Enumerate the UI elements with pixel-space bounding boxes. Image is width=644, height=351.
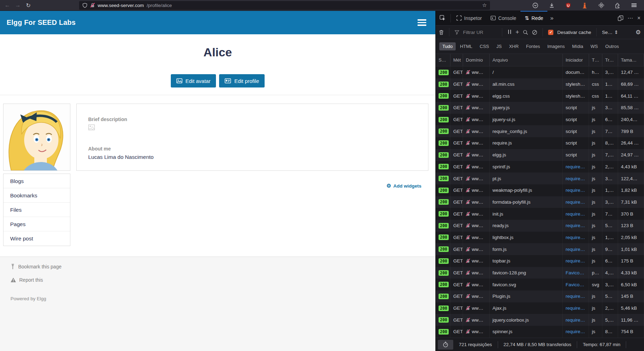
request-initiator-text[interactable]: script — [566, 140, 577, 146]
disable-cache-label[interactable]: Desativar cache — [557, 30, 591, 35]
request-initiator-text[interactable]: Favico… — [566, 282, 584, 287]
network-request-row[interactable]: 200 GET ww… spinner.js require… js 8… — [436, 326, 644, 338]
search-icon[interactable] — [523, 30, 528, 35]
network-settings-gear-icon[interactable]: ⚙ — [636, 29, 641, 36]
sidebar-menu-item[interactable]: Blogs — [4, 174, 70, 188]
downloads-button[interactable] — [546, 1, 558, 10]
responsive-mode-icon[interactable] — [618, 15, 623, 21]
network-request-row[interactable]: 200 GET ww… weakmap-polyfill.js require…… — [436, 184, 644, 196]
back-button[interactable]: ← — [2, 1, 13, 10]
request-type-filter[interactable]: WS — [587, 42, 601, 50]
block-url-icon[interactable] — [532, 30, 537, 35]
request-initiator-text[interactable]: docum… — [566, 70, 584, 75]
network-request-row[interactable]: 200 GET ww… topbar.js require… js 6… — [436, 255, 644, 267]
request-type-filter[interactable]: Imagens — [544, 42, 568, 50]
performance-analysis-button[interactable] — [438, 340, 453, 350]
request-type-filter[interactable]: Tudo — [439, 42, 456, 50]
edit-avatar-button[interactable]: Edit avatar — [171, 74, 216, 87]
tab-network[interactable]: ⇅ Rede — [520, 11, 547, 25]
network-request-row[interactable]: 200 GET ww… elgg.css stylesh… css 1… — [436, 90, 644, 102]
browser-menu-button[interactable] — [628, 1, 640, 10]
network-request-row[interactable]: 200 GET ww… jquery.colorbox.js require… … — [436, 314, 644, 326]
network-request-row[interactable]: 200 GET ww… require.js script js 8,… — [436, 137, 644, 149]
column-header-file[interactable]: Arquivo — [490, 54, 563, 66]
request-initiator-text[interactable]: require… — [566, 223, 585, 228]
sidebar-menu-item[interactable]: Wire post — [4, 231, 70, 246]
request-initiator-text[interactable]: script — [566, 117, 577, 122]
column-header-status[interactable]: S… — [436, 54, 450, 66]
network-request-row[interactable]: 200 GET ww… pt.js require… js 3… 12 — [436, 173, 644, 184]
request-initiator-text[interactable]: require… — [566, 247, 585, 252]
network-request-row[interactable]: 200 GET ww… init.js require… js 7… — [436, 208, 644, 220]
disable-cache-checkbox[interactable]: ✓ — [548, 30, 553, 35]
request-initiator-text[interactable]: script — [566, 129, 577, 134]
network-request-row[interactable]: 200 GET ww… require_config.js script js … — [436, 125, 644, 137]
add-widgets-button[interactable]: ⚙ Add widgets — [386, 183, 421, 189]
request-type-filter[interactable]: Outros — [602, 42, 622, 50]
sidebar-menu-item[interactable]: Files — [4, 203, 70, 217]
request-type-filter[interactable]: Fontes — [523, 42, 543, 50]
extension-button[interactable] — [595, 1, 607, 10]
forward-button[interactable]: → — [13, 1, 23, 10]
filter-urls-input[interactable] — [463, 30, 497, 35]
column-header-size[interactable]: Tama… — [618, 54, 644, 66]
clear-requests-icon[interactable] — [439, 30, 444, 35]
request-type-filter[interactable]: Mídia — [569, 42, 587, 50]
tab-inspector[interactable]: Inspetor — [452, 11, 486, 25]
network-request-row[interactable]: 200 GET ww… jquery.js script js 3… — [436, 102, 644, 114]
tab-console[interactable]: Console — [486, 11, 520, 25]
request-initiator-text[interactable]: stylesh… — [566, 82, 585, 87]
request-initiator-text[interactable]: require… — [566, 211, 585, 217]
request-initiator-text[interactable]: require… — [566, 317, 585, 323]
request-type-filter[interactable]: CSS — [477, 42, 492, 50]
site-title[interactable]: Elgg For SEED Labs — [7, 19, 76, 27]
column-header-type[interactable]: T… — [589, 54, 602, 66]
edit-profile-button[interactable]: Edit profile — [219, 74, 265, 87]
network-request-row[interactable]: 200 GET ww… Plugin.js require… js 5… — [436, 290, 644, 302]
column-header-transferred[interactable]: Tr… — [602, 54, 618, 66]
reload-button[interactable]: ↻ — [23, 1, 34, 10]
network-request-row[interactable]: 200 GET ww… formdata-polyfill.js require… — [436, 196, 644, 208]
network-request-row[interactable]: 200 GET ww… jquery-ui.js script js 6… — [436, 114, 644, 126]
request-initiator-text[interactable]: require… — [566, 329, 585, 334]
ublock-extension-button[interactable] — [562, 1, 574, 10]
request-type-filter[interactable]: HTML — [457, 42, 475, 50]
pick-element-button[interactable] — [436, 11, 449, 25]
request-type-filter[interactable]: XHR — [506, 42, 522, 50]
sidebar-menu-item[interactable]: Pages — [4, 217, 70, 231]
request-initiator-text[interactable]: require… — [566, 176, 585, 181]
request-type-filter[interactable]: JS — [493, 42, 505, 50]
request-initiator-text[interactable]: require… — [566, 164, 585, 169]
request-initiator-text[interactable]: require… — [566, 188, 585, 193]
devtools-close-button[interactable]: × — [637, 15, 640, 21]
request-initiator-text[interactable]: require… — [566, 258, 585, 264]
bookmark-page-link[interactable]: Bookmark this page — [10, 264, 62, 269]
network-request-row[interactable]: 200 GET ww… form.js require… js 9… — [436, 243, 644, 255]
network-request-row[interactable]: 200 GET ww… favicon-128.png Favico… p… 4… — [436, 267, 644, 279]
report-this-link[interactable]: Report this — [10, 277, 43, 283]
bookmark-star-icon[interactable]: ☆ — [482, 2, 487, 8]
sidebar-menu-item[interactable]: Bookmarks — [4, 188, 70, 203]
extensions-button[interactable] — [612, 1, 623, 10]
request-initiator-text[interactable]: require… — [566, 199, 585, 205]
throttling-select[interactable]: Se… ⇕ — [602, 29, 618, 35]
add-request-icon[interactable]: + — [516, 29, 519, 36]
https-extension-button[interactable] — [579, 1, 590, 10]
request-initiator-text[interactable]: script — [566, 105, 577, 110]
request-initiator-text[interactable]: require… — [566, 306, 585, 311]
column-header-domain[interactable]: Domínio — [463, 54, 490, 66]
network-request-row[interactable]: 200 GET ww… Ajax.js require… js 2,… — [436, 302, 644, 314]
pocket-button[interactable] — [530, 1, 541, 10]
request-initiator-text[interactable]: stylesh… — [566, 93, 585, 99]
network-request-row[interactable]: 200 GET ww… all.min.css stylesh… css 1… — [436, 78, 644, 90]
network-request-row[interactable]: 200 GET ww… elgg.js script js 7,… 2 — [436, 149, 644, 161]
devtools-menu-button[interactable]: ⋯ — [628, 15, 633, 21]
network-request-row[interactable]: 200 GET ww… ready.js require… js 5… — [436, 220, 644, 232]
network-request-row[interactable]: 200 GET ww… lightbox.js require… js 1,… — [436, 232, 644, 244]
column-header-initiator[interactable]: Iniciador — [563, 54, 589, 66]
pause-icon[interactable] — [507, 30, 512, 35]
url-bar[interactable]: www.seed-server.com/profile/alice ☆ — [79, 1, 490, 10]
network-request-row[interactable]: 200 GET ww… / docum… h… 3,… 12,47 … — [436, 66, 644, 78]
request-initiator-text[interactable]: require… — [566, 235, 585, 240]
network-request-row[interactable]: 200 GET ww… sprintf.js require… js 2,… — [436, 161, 644, 173]
